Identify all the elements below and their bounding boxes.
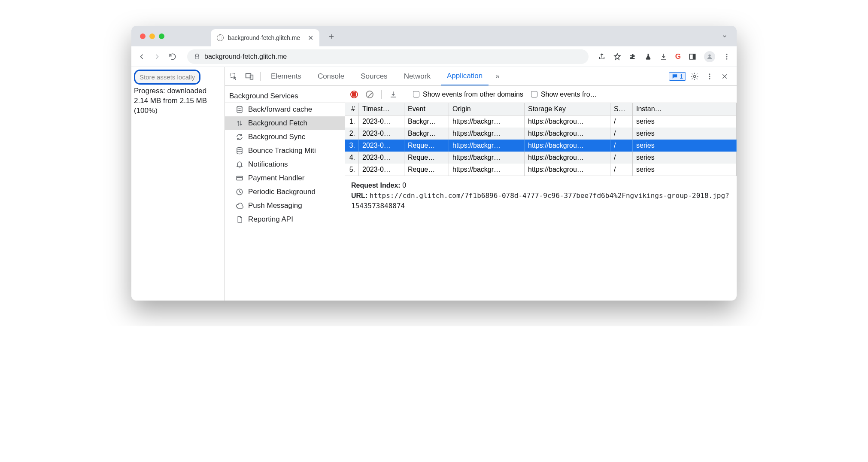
events-toolbar: Show events from other domains Show even… xyxy=(345,86,737,103)
address-bar[interactable]: background-fetch.glitch.me xyxy=(187,49,589,64)
inspect-icon[interactable] xyxy=(229,72,240,81)
tab-title: background-fetch.glitch.me xyxy=(228,34,300,41)
tab-sources[interactable]: Sources xyxy=(355,67,393,85)
back-button[interactable] xyxy=(137,52,147,61)
side-panel-icon[interactable] xyxy=(689,53,696,61)
table-row[interactable]: 2.2023-0…Backgr…https://backgr…https://b… xyxy=(345,128,737,140)
cell: Backgr… xyxy=(404,116,449,128)
cell: https://backgrou… xyxy=(525,128,610,140)
cell: Reque… xyxy=(404,152,449,164)
save-icon[interactable] xyxy=(389,91,397,98)
document-icon xyxy=(235,215,244,224)
sidebar-item-notifications[interactable]: Notifications xyxy=(225,158,345,171)
sidebar-item-bounce[interactable]: Bounce Tracking Miti xyxy=(225,144,345,158)
cell: 3. xyxy=(345,140,359,152)
close-devtools-icon[interactable] xyxy=(721,73,732,80)
extensions-icon[interactable] xyxy=(629,53,637,61)
card-icon xyxy=(235,174,244,182)
show-other-domains[interactable]: Show events from other domains xyxy=(413,91,523,98)
svg-point-4 xyxy=(726,56,728,57)
kebab-icon[interactable] xyxy=(706,73,717,80)
maximize-window-button[interactable] xyxy=(159,33,164,39)
checkbox-icon xyxy=(531,91,537,97)
tab-network[interactable]: Network xyxy=(398,67,437,85)
clear-button[interactable] xyxy=(366,91,373,98)
body-area: Store assets locally Progress: downloade… xyxy=(131,67,737,301)
settings-icon[interactable] xyxy=(690,72,701,81)
cell: series xyxy=(633,128,737,140)
checkbox-icon xyxy=(413,91,419,97)
table-row[interactable]: 3.2023-0…Reque…https://backgr…https://ba… xyxy=(345,140,737,152)
tab-console[interactable]: Console xyxy=(312,67,350,85)
sidebar-item-periodic[interactable]: Periodic Background xyxy=(225,185,345,199)
detail-label: Request Index: xyxy=(351,182,401,189)
chrome-menu-icon[interactable] xyxy=(723,53,731,61)
google-icon[interactable]: G xyxy=(675,52,681,61)
database-icon xyxy=(235,105,244,114)
cell: https://backgr… xyxy=(449,116,525,128)
cell: / xyxy=(610,152,633,164)
svg-point-10 xyxy=(709,73,710,75)
store-assets-button[interactable]: Store assets locally xyxy=(134,70,200,85)
forward-button[interactable] xyxy=(153,52,162,61)
sidebar-item-reporting[interactable]: Reporting API xyxy=(225,213,345,226)
cell: 2023-0… xyxy=(359,116,404,128)
cell: 4. xyxy=(345,152,359,164)
profile-avatar[interactable] xyxy=(704,51,715,62)
close-window-button[interactable] xyxy=(140,33,146,39)
tab-list-button[interactable] xyxy=(721,33,728,40)
progress-text: Progress: downloaded 2.14 MB from 2.15 M… xyxy=(134,86,222,116)
message-icon xyxy=(672,73,678,79)
cell: / xyxy=(610,164,633,176)
cell: https://backgr… xyxy=(449,128,525,140)
cell: 1. xyxy=(345,116,359,128)
cell: 5. xyxy=(345,164,359,176)
events-table: # Timest… Event Origin Storage Key S… In… xyxy=(345,103,737,176)
labs-icon[interactable] xyxy=(644,53,652,61)
table-row[interactable]: 5.2023-0…Reque…https://backgr…https://ba… xyxy=(345,164,737,176)
col-event[interactable]: Event xyxy=(404,103,449,115)
application-sidebar: Background Services Back/forward cache B… xyxy=(225,86,345,301)
table-row[interactable]: 4.2023-0…Reque…https://backgr…https://ba… xyxy=(345,152,737,164)
sidebar-item-bgsync[interactable]: Background Sync xyxy=(225,130,345,144)
close-tab-icon[interactable]: ✕ xyxy=(308,34,313,42)
sidebar-item-bgfetch[interactable]: Background Fetch xyxy=(225,116,345,130)
browser-tab[interactable]: background-fetch.glitch.me ✕ xyxy=(211,29,319,46)
col-instance[interactable]: Instan… xyxy=(633,103,737,115)
minimize-window-button[interactable] xyxy=(149,33,155,39)
new-tab-button[interactable]: ＋ xyxy=(327,30,336,42)
share-icon[interactable] xyxy=(598,53,606,61)
show-events-2[interactable]: Show events fro… xyxy=(531,91,597,98)
cell: series xyxy=(633,140,737,152)
cloud-icon xyxy=(235,201,244,210)
cell: / xyxy=(610,116,633,128)
col-storage-key[interactable]: Storage Key xyxy=(525,103,610,115)
cell: 2023-0… xyxy=(359,128,404,140)
devtools-panel: Elements Console Sources Network Applica… xyxy=(225,67,737,301)
cell: https://backgrou… xyxy=(525,164,610,176)
col-timestamp[interactable]: Timest… xyxy=(359,103,404,115)
cell: 2023-0… xyxy=(359,152,404,164)
device-toggle-icon[interactable] xyxy=(245,72,256,81)
globe-icon xyxy=(217,34,224,41)
record-button[interactable] xyxy=(350,91,358,98)
col-sw[interactable]: S… xyxy=(610,103,633,115)
more-tabs-button[interactable]: » xyxy=(493,72,502,81)
sidebar-item-push[interactable]: Push Messaging xyxy=(225,199,345,213)
col-num[interactable]: # xyxy=(345,103,359,115)
sidebar-item-payment[interactable]: Payment Handler xyxy=(225,171,345,185)
cell: https://backgr… xyxy=(449,152,525,164)
tab-elements[interactable]: Elements xyxy=(265,67,307,85)
table-row[interactable]: 1.2023-0…Backgr…https://backgr…https://b… xyxy=(345,116,737,128)
tab-application[interactable]: Application xyxy=(441,67,489,85)
issues-chip[interactable]: 1 xyxy=(669,72,686,81)
application-main: Show events from other domains Show even… xyxy=(345,86,737,301)
detail-label: URL: xyxy=(351,192,367,199)
bookmark-icon[interactable] xyxy=(613,53,621,61)
sidebar-item-bfcache[interactable]: Back/forward cache xyxy=(225,103,345,116)
col-origin[interactable]: Origin xyxy=(449,103,525,115)
reload-button[interactable] xyxy=(168,52,178,61)
toolbar-actions: G xyxy=(598,51,731,62)
downloads-icon[interactable] xyxy=(660,53,668,61)
cell: 2023-0… xyxy=(359,164,404,176)
